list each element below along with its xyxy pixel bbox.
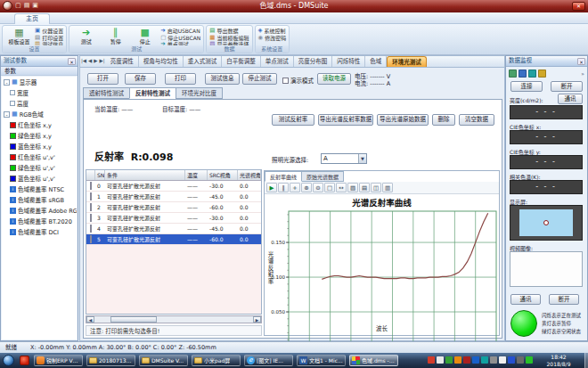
zoom-out-icon[interactable]: ⊖ (313, 183, 323, 192)
tray-icon-4[interactable] (454, 356, 461, 364)
ribbon-button-run-test-icon[interactable]: ➔测试 (72, 27, 100, 45)
disconnect-button[interactable]: 断开 (551, 81, 583, 92)
camera-icon[interactable] (509, 70, 517, 78)
ribbon-button-change-password-icon[interactable]: ◉修改密码 (258, 35, 287, 42)
tab-nav-icon[interactable]: ▶| (99, 55, 106, 67)
tray-icon-1[interactable] (428, 356, 435, 364)
tree-item[interactable]: 红色坐标 x,y (2, 119, 77, 130)
open-icon[interactable]: ▤ (24, 1, 30, 11)
properties-icon[interactable]: ▧ (347, 183, 358, 192)
scroll-right-icon[interactable]: ▶ (253, 316, 261, 323)
tab-6[interactable]: 亮度分布图 (294, 56, 333, 67)
save-icon[interactable]: ▣ (32, 1, 38, 11)
scroll-left-icon[interactable]: ◀ (86, 316, 94, 323)
taskbar-button-5[interactable]: e[图文] IE... (244, 355, 293, 366)
checkbox-icon[interactable] (90, 225, 92, 233)
ribbon-button-stop-icon[interactable]: ■停止 (131, 27, 159, 45)
save-icon[interactable]: ◫ (371, 183, 381, 192)
tree-item[interactable]: 宽度 (2, 87, 77, 98)
row-checkbox[interactable] (86, 224, 95, 233)
pinned-app-icon[interactable] (20, 356, 29, 365)
table-row[interactable]: 4可变孔径扩散光源反射——-45.00.0 (86, 224, 261, 234)
tool-icon[interactable] (538, 70, 546, 78)
row-checkbox[interactable] (86, 234, 95, 244)
tray-icon-8[interactable] (490, 356, 497, 364)
tree-item[interactable]: 绿色坐标 x,y (2, 130, 77, 141)
close-icon[interactable]: ✕ (577, 58, 585, 65)
tab-1[interactable]: 亮度调性 (106, 56, 139, 67)
row-checkbox[interactable] (86, 213, 95, 223)
taskbar-button-1[interactable]: 锐制ERP V8... (34, 355, 83, 366)
checkbox-icon[interactable] (90, 203, 92, 211)
table-row[interactable]: 5可变孔径扩散光源反射——-60.00.0 (86, 234, 261, 245)
taskbar-button-4[interactable]: 小米pad屏 (192, 355, 241, 366)
tab-7[interactable]: 闪烁特性 (332, 56, 365, 67)
row-checkbox[interactable] (86, 202, 95, 212)
subtab-3[interactable]: 环境光对比度 (176, 87, 223, 99)
table-row[interactable]: 0可变孔径扩散光源反射——-30.00.0 (86, 181, 261, 192)
copy-icon[interactable]: ▤ (359, 183, 370, 192)
tree-item[interactable]: 蓝色坐标 u',v' (2, 173, 77, 184)
tab-2[interactable]: 视角与均匀性 (139, 56, 184, 67)
tree-item[interactable]: i色域覆盖率 sRGB (2, 194, 77, 205)
tree-item[interactable]: -▦显示器 (2, 77, 77, 87)
chart-tab-1[interactable]: 反射率曲线 (265, 171, 302, 182)
checkbox-icon[interactable] (90, 192, 92, 200)
tray-icon-10[interactable] (508, 356, 515, 364)
tree-item[interactable]: 高度 (2, 98, 77, 109)
save-button[interactable]: 保存 (125, 73, 156, 85)
tree-item[interactable]: 蓝色坐标 x,y (2, 141, 77, 151)
tray-icon-3[interactable] (445, 356, 453, 364)
expander-icon[interactable]: - (4, 111, 10, 118)
ribbon-button-template-settings-icon[interactable]: ▦模板设置 (5, 27, 33, 45)
save-view-icon[interactable] (519, 70, 527, 78)
zoom-box-icon[interactable]: □ (324, 183, 335, 192)
start-button[interactable] (3, 355, 14, 366)
fit-width-icon[interactable]: ↔ (336, 183, 347, 192)
taskbar-button-6[interactable]: W文档1 - Mic... (297, 355, 346, 366)
comm-button[interactable]: 通讯 (558, 94, 583, 104)
taskbar-clock[interactable]: 18:42 2018/8/9 (536, 354, 581, 367)
checkbox-icon[interactable] (282, 78, 289, 84)
tray-icon-9[interactable] (499, 356, 506, 364)
print-button[interactable]: 打印 (165, 73, 196, 85)
comm-button-2[interactable]: 通讯 (510, 294, 541, 305)
ribbon-button-pause-icon[interactable]: ∥暂停 (102, 27, 129, 45)
tray-icon-2[interactable] (437, 356, 444, 364)
action-button-3[interactable]: 导出光谱原始数据 (377, 114, 429, 126)
subtab-2[interactable]: 反射特性测试 (129, 87, 176, 99)
pan-icon[interactable]: + (290, 183, 300, 192)
tray-icon-5[interactable] (463, 356, 470, 364)
action-button-1[interactable]: 测试反射率 (272, 114, 314, 126)
stop-test-button[interactable]: 停止测试 (242, 73, 277, 85)
row-checkbox[interactable] (86, 181, 95, 191)
open-button[interactable]: 打开 (87, 73, 118, 85)
taskbar-button-7[interactable]: 色域.dms - ... (349, 355, 398, 366)
new-doc-icon[interactable]: ▢ (15, 1, 21, 11)
checkbox-icon[interactable] (90, 182, 92, 190)
disconnect-button-2[interactable]: 断开 (549, 294, 579, 305)
tree-item[interactable]: 绿色坐标 u',v' (2, 162, 77, 173)
close-button[interactable]: ✕ (572, 2, 585, 11)
play-icon[interactable]: ▶ (266, 183, 277, 192)
light-source-select[interactable]: A ▼ (321, 153, 367, 164)
connect-button[interactable]: 连接 (510, 81, 543, 92)
chevron-down-icon[interactable]: ▼ (358, 154, 366, 163)
tab-8[interactable]: 色域 (365, 56, 387, 67)
demo-mode-checkbox[interactable]: 演示模式 (282, 76, 314, 85)
tab-4[interactable]: 白平衡调整 (222, 56, 261, 67)
overflow-chevron-icon[interactable]: » (581, 70, 584, 77)
table-row[interactable]: 3可变孔径扩散光源反射——-30.00.0 (86, 213, 261, 224)
chart-tab-2[interactable]: 原始光谱数据 (302, 171, 344, 182)
taskbar-button-3[interactable]: DMSuite V... (139, 355, 188, 366)
tree-item[interactable]: i色域覆盖率 Adobe RGB (2, 205, 77, 216)
tree-item[interactable]: i色域覆盖率 DCI (2, 226, 77, 237)
read-power-button[interactable]: 读取电源 (317, 73, 351, 85)
tab-3[interactable]: 重入式测试 (184, 56, 223, 67)
print-icon[interactable]: ▥ (382, 183, 393, 192)
tray-icon-7[interactable] (481, 356, 488, 364)
table-hscrollbar[interactable]: ◀ ▶ (86, 315, 262, 323)
taskbar-button-2[interactable]: 20180713-... (86, 355, 135, 366)
table-row[interactable]: 2可变孔径扩散光源反射——-60.00.0 (86, 202, 261, 213)
checkbox-icon[interactable] (90, 214, 92, 222)
